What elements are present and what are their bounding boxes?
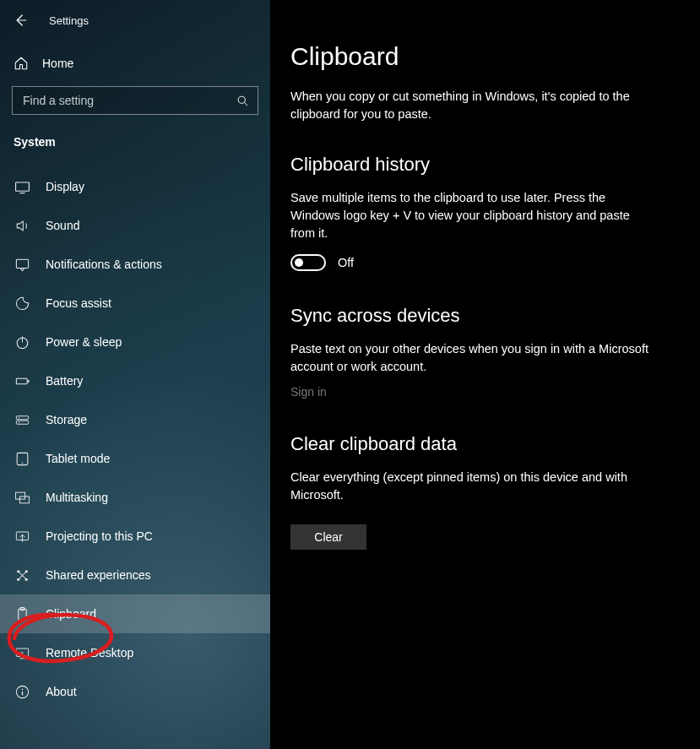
sidebar-item-remote-desktop[interactable]: Remote Desktop [0, 633, 270, 672]
sidebar-item-notifications[interactable]: Notifications & actions [0, 245, 270, 284]
clear-body: Clear everything (except pinned items) o… [290, 469, 649, 504]
section-sync: Sync across devices Paste text on your o… [290, 305, 649, 399]
sidebar-item-label: Remote Desktop [46, 646, 133, 659]
svg-rect-3 [15, 182, 29, 190]
sidebar-item-label: Projecting to this PC [46, 529, 153, 543]
history-toggle[interactable] [290, 254, 326, 271]
sidebar-item-label: Display [46, 180, 84, 193]
nav-list: Display Sound Notifications & actions Fo… [0, 167, 270, 711]
sidebar-item-power-sleep[interactable]: Power & sleep [0, 323, 270, 361]
storage-icon [14, 411, 30, 428]
sidebar-item-storage[interactable]: Storage [0, 400, 270, 439]
sidebar-item-label: Clipboard [46, 607, 96, 621]
svg-rect-11 [16, 421, 28, 424]
project-icon [14, 528, 30, 545]
sidebar-item-label: Notifications & actions [46, 258, 162, 271]
home-label: Home [42, 57, 73, 70]
search-icon [236, 95, 249, 107]
svg-point-29 [21, 688, 23, 690]
sidebar-item-display[interactable]: Display [0, 167, 270, 206]
section-clipboard-history: Clipboard history Save multiple items to… [290, 154, 649, 271]
sidebar-item-label: Multitasking [46, 491, 108, 504]
search-input[interactable] [23, 94, 236, 107]
svg-point-23 [24, 578, 27, 580]
main-panel: Clipboard When you copy or cut something… [270, 0, 700, 749]
home-nav[interactable]: Home [0, 49, 270, 78]
section-clear: Clear clipboard data Clear everything (e… [290, 433, 649, 550]
notifications-icon [14, 256, 30, 273]
sign-in-link[interactable]: Sign in [290, 385, 327, 399]
svg-rect-10 [16, 415, 28, 419]
svg-rect-9 [27, 379, 29, 382]
sidebar-item-tablet-mode[interactable]: Tablet mode [0, 439, 270, 478]
header-row: Settings [0, 0, 270, 41]
sync-body: Paste text on your other devices when yo… [290, 340, 649, 376]
toggle-knob [295, 258, 303, 267]
sidebar-item-label: About [46, 685, 77, 698]
focus-icon [14, 295, 30, 312]
category-label: System [14, 135, 270, 149]
multitasking-icon [14, 489, 30, 506]
remote-icon [14, 644, 30, 661]
sidebar-item-about[interactable]: About [0, 672, 270, 711]
svg-line-2 [244, 102, 247, 106]
sound-icon [14, 217, 30, 234]
power-icon [14, 334, 30, 350]
search-box[interactable] [12, 86, 258, 115]
back-button[interactable] [12, 12, 29, 29]
sidebar-item-multitasking[interactable]: Multitasking [0, 478, 270, 517]
svg-rect-17 [19, 496, 29, 502]
svg-point-20 [17, 570, 19, 573]
svg-rect-16 [15, 492, 24, 499]
sidebar: Settings Home System Display Sound [0, 0, 270, 749]
sidebar-item-label: Battery [46, 374, 83, 388]
home-icon [14, 56, 29, 71]
page-title: Clipboard [290, 42, 649, 71]
clear-button[interactable]: Clear [290, 524, 366, 550]
sidebar-item-focus-assist[interactable]: Focus assist [0, 284, 270, 323]
sidebar-item-battery[interactable]: Battery [0, 361, 270, 400]
svg-rect-8 [16, 378, 27, 383]
clipboard-icon [14, 605, 30, 622]
about-icon [14, 683, 30, 700]
display-icon [14, 178, 30, 195]
sidebar-item-label: Storage [46, 413, 87, 426]
svg-rect-5 [16, 259, 28, 268]
sidebar-item-label: Focus assist [46, 296, 111, 310]
sidebar-item-sound[interactable]: Sound [0, 206, 270, 245]
svg-point-1 [238, 96, 245, 103]
sync-heading: Sync across devices [290, 305, 649, 327]
sidebar-item-label: Sound [46, 219, 79, 232]
sidebar-item-label: Power & sleep [46, 335, 122, 349]
svg-point-21 [24, 570, 27, 573]
history-heading: Clipboard history [290, 154, 649, 176]
arrow-left-icon [13, 13, 28, 28]
svg-point-22 [17, 578, 19, 580]
svg-point-15 [21, 462, 23, 464]
history-body: Save multiple items to the clipboard to … [290, 189, 649, 242]
sidebar-item-projecting[interactable]: Projecting to this PC [0, 517, 270, 556]
svg-point-12 [18, 417, 19, 418]
tablet-icon [14, 450, 30, 467]
page-intro: When you copy or cut something in Window… [290, 88, 649, 123]
sidebar-item-clipboard[interactable]: Clipboard [0, 594, 270, 633]
sidebar-item-label: Tablet mode [46, 452, 110, 465]
clear-heading: Clear clipboard data [290, 433, 649, 455]
battery-icon [14, 372, 30, 389]
sidebar-item-label: Shared experiences [46, 568, 151, 582]
svg-point-13 [18, 421, 19, 422]
shared-icon [14, 567, 30, 583]
history-toggle-state: Off [338, 256, 354, 269]
app-title: Settings [49, 14, 89, 27]
sidebar-item-shared-experiences[interactable]: Shared experiences [0, 556, 270, 594]
